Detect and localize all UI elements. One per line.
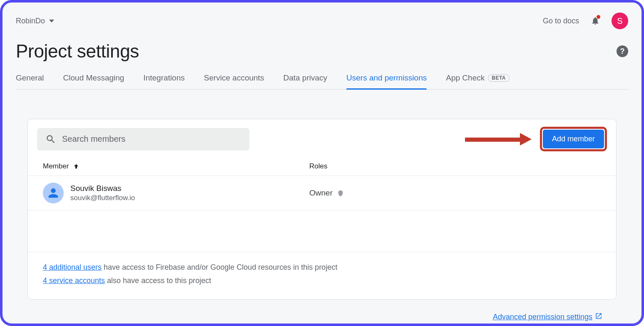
notifications-icon[interactable] xyxy=(591,15,600,26)
additional-users-link[interactable]: 4 additional users xyxy=(43,263,102,271)
go-to-docs-link[interactable]: Go to docs xyxy=(543,17,579,25)
annotation-arrow-icon xyxy=(465,135,532,144)
member-avatar-icon xyxy=(43,183,64,203)
tab-general[interactable]: General xyxy=(16,73,44,89)
member-name: Souvik Biswas xyxy=(70,184,135,193)
project-name: RobinDo xyxy=(16,17,45,25)
member-email: souvik@flutterflow.io xyxy=(70,194,135,202)
external-link-icon xyxy=(595,312,602,322)
column-header-roles[interactable]: Roles xyxy=(309,162,327,171)
tab-integrations[interactable]: Integrations xyxy=(143,73,184,89)
members-card: Add member Member Roles xyxy=(27,119,617,300)
member-role: Owner xyxy=(309,188,333,198)
add-member-button[interactable]: Add member xyxy=(543,130,604,148)
project-switcher[interactable]: RobinDo xyxy=(16,17,54,25)
additional-users-text: have access to Firebase and/or Google Cl… xyxy=(102,263,337,271)
annotation-highlight: Add member xyxy=(540,127,607,151)
card-footer: 4 additional users have access to Fireba… xyxy=(28,252,616,299)
chevron-down-icon xyxy=(49,20,54,23)
search-members[interactable] xyxy=(37,128,249,150)
notification-dot-icon xyxy=(597,15,600,19)
search-icon xyxy=(45,134,56,145)
tab-users-permissions[interactable]: Users and permissions xyxy=(346,73,427,89)
page-title: Project settings xyxy=(16,41,139,62)
sort-asc-icon xyxy=(73,163,80,170)
tab-cloud-messaging[interactable]: Cloud Messaging xyxy=(63,73,124,89)
help-icon[interactable]: ? xyxy=(617,45,628,57)
empty-row xyxy=(28,211,616,252)
top-bar: RobinDo Go to docs S xyxy=(16,12,628,30)
tab-app-check[interactable]: App Check BETA xyxy=(446,73,510,89)
user-avatar[interactable]: S xyxy=(612,13,628,29)
table-row[interactable]: Souvik Biswas souvik@flutterflow.io Owne… xyxy=(28,176,616,211)
table-header: Member Roles xyxy=(28,159,616,176)
search-input[interactable] xyxy=(62,134,241,144)
service-accounts-link[interactable]: 4 service accounts xyxy=(43,276,105,285)
settings-tabs: General Cloud Messaging Integrations Ser… xyxy=(16,73,628,90)
beta-badge: BETA xyxy=(488,74,510,82)
tab-service-accounts[interactable]: Service accounts xyxy=(204,73,264,89)
owner-role-icon xyxy=(337,189,344,197)
tab-data-privacy[interactable]: Data privacy xyxy=(283,73,327,89)
service-accounts-text: also have access to this project xyxy=(105,276,211,285)
advanced-permission-settings-link[interactable]: Advanced permission settings xyxy=(493,312,602,322)
column-header-member[interactable]: Member xyxy=(43,162,309,171)
